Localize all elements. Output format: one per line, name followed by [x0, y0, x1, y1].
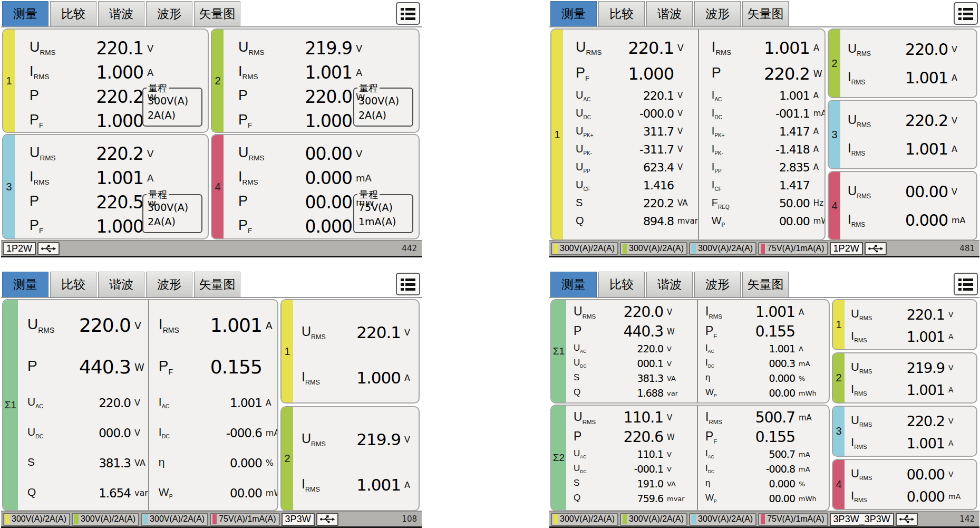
measurement-label: URMS — [851, 360, 888, 375]
quantity-subscript: PP — [583, 168, 590, 174]
tab[interactable]: 比较 — [50, 272, 96, 297]
measurement-label: IRMS — [705, 410, 740, 425]
quantity-subscript: RMS — [859, 315, 872, 322]
tab[interactable]: 比较 — [50, 1, 96, 26]
tab[interactable]: 矢量图 — [742, 1, 789, 26]
measurement-value: 1.001 — [344, 475, 401, 494]
measurement-value: 894.8 — [619, 215, 674, 228]
quantity-symbol: U — [576, 161, 583, 172]
tab[interactable]: 波形 — [694, 1, 741, 26]
tab[interactable]: 比较 — [598, 1, 645, 26]
quantity-symbol: U — [576, 107, 583, 119]
tab[interactable]: 矢量图 — [194, 272, 240, 297]
quantity-symbol: W — [712, 215, 722, 226]
tab[interactable]: 谐波 — [646, 1, 693, 26]
measurement-value: 220.1 — [619, 38, 674, 58]
measurement-value: -311.7 — [619, 143, 674, 156]
measurement-row: URMS00.00V — [238, 141, 419, 166]
quantity-subscript: RMS — [34, 179, 50, 187]
measurement-row: IRMS1.001A — [848, 63, 976, 92]
measurement-value: 110.1 — [608, 448, 663, 460]
measurement-value: 220.2 — [889, 111, 948, 130]
channel-stripe: 1 — [833, 300, 845, 349]
quantity-symbol: I — [302, 369, 305, 384]
measurement-label: PF — [30, 217, 78, 235]
measurement-value: 0.000 — [740, 372, 795, 384]
measurement-unit: A — [404, 480, 410, 490]
tab[interactable]: 谐波 — [646, 272, 693, 297]
channel-number: 4 — [831, 200, 837, 212]
tab[interactable]: 波形 — [146, 1, 192, 26]
measurement-value: 0.000 — [740, 478, 795, 489]
tab[interactable]: 测量 — [550, 1, 597, 26]
tab[interactable]: 测量 — [550, 272, 597, 297]
quantity-symbol: U — [848, 184, 857, 198]
card-content: URMS220.1VIRMS1.000AP220.2WPF1.000 量程 30… — [15, 30, 208, 132]
measurement-label: URMS — [302, 324, 344, 341]
sum-stripe: Σ1 — [3, 300, 18, 510]
measurement-label: URMS — [30, 145, 78, 162]
menu-button[interactable] — [954, 273, 978, 295]
status-bar: 300V(A)/2A(A)300V(A)/2A(A)300V(A)/2A(A)7… — [1, 511, 422, 528]
range-chip-list: 300V(A)/2A(A)300V(A)/2A(A)300V(A)/2A(A)7… — [551, 242, 828, 255]
tab[interactable]: 测量 — [2, 1, 48, 26]
tab[interactable]: 谐波 — [98, 1, 144, 26]
tab[interactable]: 矢量图 — [194, 1, 240, 26]
range-chip: 300V(A)/2A(A) — [551, 242, 618, 255]
quantity-subscript: RMS — [249, 155, 265, 162]
measurement-label: IRMS — [238, 169, 287, 186]
menu-button[interactable] — [396, 273, 420, 295]
measurement-value: 1.416 — [619, 179, 674, 192]
quantity-symbol: U — [574, 463, 580, 473]
measurement-value: 1.654 — [69, 486, 131, 500]
card-content: URMS219.9VIRMS1.001AP220.0WPF1.000 量程 30… — [224, 30, 419, 132]
quantity-symbol: U — [238, 39, 249, 55]
measurement-row: IDC-001.1mA — [712, 104, 826, 122]
menu-button[interactable] — [396, 2, 420, 25]
quantity-symbol: P — [238, 217, 248, 233]
tab[interactable]: 波形 — [146, 272, 192, 297]
measurement-unit: V — [147, 43, 153, 54]
tab-label: 比较 — [609, 276, 634, 293]
sum-label: Σ1 — [553, 345, 565, 357]
quantity-subscript: RMS — [854, 391, 867, 397]
measurement-value: 381.3 — [69, 456, 131, 470]
measurement-label: Q — [574, 493, 608, 504]
tab[interactable]: 波形 — [694, 272, 741, 297]
tab[interactable]: 比较 — [598, 272, 645, 297]
measurement-row: IRMS0.000mA — [238, 166, 419, 190]
measurement-unit: VA — [667, 375, 676, 382]
usb-icon — [899, 515, 915, 524]
measurement-label: IRMS — [848, 141, 889, 157]
measurement-value: 1.001 — [200, 396, 262, 410]
page-counter: 442 — [402, 244, 420, 253]
measurement-label: WP — [705, 387, 740, 398]
tab[interactable]: 谐波 — [98, 272, 144, 297]
menu-button[interactable] — [954, 2, 978, 25]
quantity-symbol: I — [159, 316, 163, 332]
quantity-symbol: U — [576, 179, 583, 190]
quantity-subscript: RMS — [38, 326, 54, 334]
measurement-value: 50.00 — [755, 197, 810, 210]
measurement-unit: mA — [799, 360, 810, 368]
quantity-subscript: F — [713, 333, 717, 339]
quantity-subscript: DC — [162, 434, 170, 440]
measurement-row: PF0.155 — [705, 322, 829, 341]
tab[interactable]: 测量 — [2, 272, 48, 297]
range-chip-label: 75V(A)/1mA(A) — [767, 514, 824, 524]
channel-color-swatch — [761, 514, 765, 524]
tab-label: 矢量图 — [199, 6, 236, 22]
channel-stripe: 3 — [3, 135, 15, 238]
tab[interactable]: 矢量图 — [742, 272, 789, 297]
quantity-symbol: W — [705, 493, 714, 503]
channel-card-4: 4 URMS00.00VIRMS0.000mA — [832, 459, 977, 510]
measurement-label: UDC — [574, 463, 608, 474]
measurement-value: 220.2 — [755, 64, 810, 84]
tab-label: 比较 — [609, 6, 634, 22]
measurement-row: IPK+1.417A — [712, 122, 826, 140]
measurement-row: IPP2.835A — [712, 158, 826, 176]
measurement-row: IRMS1.001A — [848, 135, 976, 163]
quantity-symbol: I — [30, 63, 34, 79]
tab-label: 波形 — [157, 6, 181, 22]
measurement-label: URMS — [574, 410, 608, 425]
